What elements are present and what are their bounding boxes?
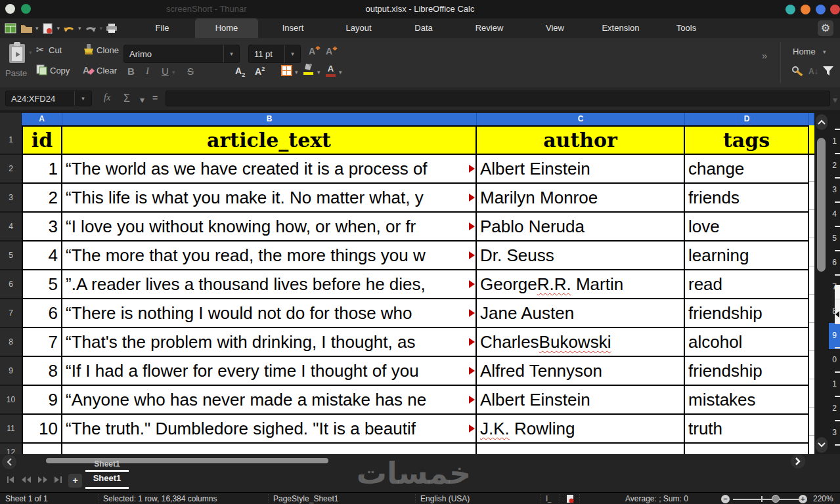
cell-author[interactable]: Pablo Neruda	[477, 213, 685, 242]
menu-tab-view[interactable]: View	[523, 18, 586, 38]
cell-author[interactable]: Albert Einstein	[477, 386, 685, 415]
cut-icon[interactable]: ✂	[36, 44, 45, 56]
underline-caret-icon[interactable]: ▾	[172, 70, 175, 75]
cell-article-text[interactable]: “This life is what you make it. No matte…	[62, 184, 477, 213]
cell-empty[interactable]	[62, 444, 477, 454]
clone-formatting-icon[interactable]	[83, 43, 95, 55]
cell-author[interactable]: Dr. Seuss	[477, 242, 685, 270]
language-status[interactable]: English (USA)	[420, 494, 470, 503]
cell-id[interactable]: 10	[22, 415, 62, 444]
cell-empty[interactable]	[22, 444, 62, 454]
zoom-slider-thumb[interactable]	[772, 495, 780, 503]
sort-edit-icon[interactable]	[791, 65, 803, 77]
strikethrough-button[interactable]: S	[187, 66, 194, 77]
gear-icon[interactable]: ⚙	[818, 20, 833, 36]
bold-button[interactable]: B	[127, 66, 135, 77]
vertical-scrollbar[interactable]	[814, 113, 829, 454]
clone-label[interactable]: Clone	[97, 45, 119, 55]
cell-article-text[interactable]: “The world as we have created it is a pr…	[62, 155, 477, 184]
panel-selector-label[interactable]: Home	[793, 47, 816, 56]
formula-equals-icon[interactable]: =	[152, 93, 158, 103]
window-control-maximize[interactable]	[801, 5, 810, 14]
menu-tab-file[interactable]: File	[131, 18, 194, 38]
cell-author[interactable]: Jane Austen	[477, 299, 685, 328]
row-header-8[interactable]: 8	[0, 328, 22, 357]
new-document-icon[interactable]	[4, 22, 17, 35]
function-wizard-icon[interactable]: fx	[104, 93, 110, 103]
borders-caret-icon[interactable]: ▾	[295, 70, 298, 75]
row-header-9[interactable]: 9	[0, 357, 22, 386]
font-size-combo[interactable]: 11 pt ▾	[248, 45, 301, 63]
zoom-slider-track[interactable]	[733, 499, 799, 500]
cell-id[interactable]: 9	[22, 386, 62, 415]
shrink-font-icon[interactable]: A	[326, 45, 339, 58]
open-dropdown-caret-icon[interactable]: ▾	[35, 26, 39, 32]
header-cell-id[interactable]: id	[22, 125, 62, 155]
cell-author[interactable]: George R.R. Martin	[477, 270, 685, 299]
cell-id[interactable]: 8	[22, 357, 62, 386]
save-dropdown-caret-icon[interactable]: ▾	[57, 26, 60, 32]
previous-sheet-button[interactable]	[21, 476, 32, 484]
highlight-color-icon[interactable]	[303, 63, 315, 75]
borders-icon[interactable]	[281, 65, 292, 76]
row-header-6[interactable]: 6	[0, 270, 22, 299]
autofilter-icon[interactable]	[822, 65, 834, 77]
cell-article-text[interactable]: “The truth." Dumbledore sighed. "It is a…	[62, 415, 477, 444]
cell-id[interactable]: 5	[22, 270, 62, 299]
copy-label[interactable]: Copy	[50, 66, 70, 75]
grow-font-icon[interactable]: A	[309, 45, 322, 58]
cell-article-text[interactable]: “I love you without knowing how, or when…	[62, 213, 477, 242]
cell-article-text[interactable]: “The more that you read, the more things…	[62, 242, 477, 270]
cell-id[interactable]: 7	[22, 328, 62, 357]
cell-tag[interactable]: alcohol	[685, 328, 809, 357]
cell-tag[interactable]: change	[685, 155, 809, 184]
sheet-tab-sheet1[interactable]: Sheet1	[85, 473, 129, 489]
sum-icon[interactable]: Σ	[123, 93, 130, 104]
formula-input[interactable]	[166, 91, 830, 106]
aggregate-status[interactable]: Average: ; Sum: 0	[625, 494, 688, 503]
menu-tab-layout[interactable]: Layout	[327, 18, 390, 38]
panel-selector-caret-icon[interactable]: ▾	[823, 49, 826, 55]
cell-id[interactable]: 2	[22, 184, 62, 213]
cell-article-text[interactable]: ”.A reader lives a thousand lives before…	[62, 270, 477, 299]
cell-tag[interactable]: friends	[685, 184, 809, 213]
scroll-up-icon[interactable]	[816, 114, 828, 130]
menu-tab-tools[interactable]: Tools	[655, 18, 718, 38]
redo-icon[interactable]	[84, 22, 97, 35]
sort-ascending-icon[interactable]: A↓	[808, 67, 818, 76]
cell-article-text[interactable]: “If I had a flower for every time I thou…	[62, 357, 477, 386]
font-name-combo[interactable]: Arimo ▾	[123, 45, 240, 63]
font-color-caret-icon[interactable]: ▾	[339, 70, 342, 75]
cell-author[interactable]: Albert Einstein	[477, 155, 685, 184]
name-box-caret-icon[interactable]: ▾	[81, 96, 85, 102]
cell-tag[interactable]: friendship	[685, 299, 809, 328]
column-header-b[interactable]: B	[62, 113, 477, 125]
cell-tag[interactable]: love	[685, 213, 809, 242]
clear-formatting-icon[interactable]: A	[83, 64, 95, 76]
cell-author[interactable]: Marilyn Monroe	[477, 184, 685, 213]
row-header-7[interactable]: 7	[0, 299, 22, 328]
cell-author[interactable]: Alfred Tennyson	[477, 357, 685, 386]
cell-empty[interactable]	[477, 444, 685, 454]
cell-author[interactable]: Charles Bukowski	[477, 328, 685, 357]
save-icon[interactable]	[41, 22, 55, 35]
column-header-e[interactable]	[809, 113, 814, 125]
undo-dropdown-caret-icon[interactable]: ▾	[78, 26, 81, 32]
add-sheet-button[interactable]: +	[68, 474, 82, 488]
cell-id[interactable]: 3	[22, 213, 62, 242]
cell-id[interactable]: 4	[22, 242, 62, 270]
clear-label[interactable]: Clear	[97, 66, 117, 75]
header-cell-author[interactable]: author	[477, 125, 685, 155]
paste-label[interactable]: Paste	[5, 68, 27, 78]
column-header-a[interactable]: A	[22, 113, 62, 125]
italic-button[interactable]: I	[146, 66, 149, 77]
cell-tag[interactable]: friendship	[685, 357, 809, 386]
zoom-level-status[interactable]: 220%	[813, 494, 833, 503]
zoom-in-icon[interactable]: +	[799, 495, 807, 503]
toolbar-overflow-icon[interactable]: »	[762, 50, 767, 61]
window-control-minimize[interactable]	[785, 5, 795, 14]
scroll-down-icon[interactable]	[816, 437, 828, 453]
row-header-12[interactable]: 12	[0, 444, 22, 454]
header-cell-tags[interactable]: tags	[685, 125, 809, 155]
cell-article-text[interactable]: “There is nothing I would not do for tho…	[62, 299, 477, 328]
